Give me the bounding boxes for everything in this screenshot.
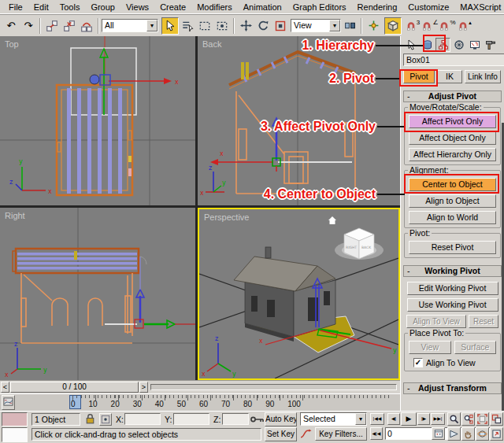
zoom-extents-all-button[interactable] xyxy=(490,412,503,426)
tab-utilities[interactable] xyxy=(483,38,498,52)
select-by-name-button[interactable] xyxy=(179,17,196,35)
object-name-field[interactable] xyxy=(403,54,504,66)
redo-button[interactable]: ↷ xyxy=(20,17,37,35)
adjust-transform-rollout-header[interactable]: - Adjust Transform xyxy=(403,382,502,394)
key-filters-button[interactable]: Key Filters... xyxy=(315,427,367,441)
viewcube-back-label[interactable]: BACK xyxy=(361,245,372,249)
pan-view-button[interactable] xyxy=(461,427,475,441)
menu-modifiers[interactable]: Modifiers xyxy=(191,2,238,13)
absolute-offset-mode-toggle[interactable] xyxy=(99,413,112,426)
reset-working-pivot-button[interactable]: Reset xyxy=(469,315,498,328)
zoom-extents-button[interactable] xyxy=(476,412,489,426)
use-pivot-point-center-button[interactable] xyxy=(341,17,358,35)
reset-pivot-button[interactable]: Reset Pivot xyxy=(409,241,496,254)
window-crossing-toggle-button[interactable] xyxy=(213,17,231,35)
viewport-right[interactable]: Right xyxy=(0,208,195,380)
maximize-viewport-button[interactable] xyxy=(490,427,503,441)
key-mode-toggle-button[interactable]: ◀|◀ xyxy=(370,427,383,440)
place-pivot-view-button[interactable]: View xyxy=(409,341,451,354)
next-frame-button[interactable]: |▶ xyxy=(417,413,430,425)
zoom-button[interactable] xyxy=(447,412,461,426)
affect-object-only-button[interactable]: Affect Object Only xyxy=(409,131,496,145)
maxscript-macro-recorder[interactable] xyxy=(2,412,28,426)
viewport-back-label[interactable]: Back xyxy=(202,39,221,49)
menu-edit[interactable]: Edit xyxy=(28,2,54,13)
align-to-world-button[interactable]: Align to World xyxy=(409,211,496,224)
working-pivot-rollout-header[interactable]: - Working Pivot xyxy=(403,265,502,277)
reference-coordinate-dropdown[interactable]: View ▾ xyxy=(291,19,341,32)
viewcube-right-label[interactable]: RIGHT xyxy=(346,245,357,249)
unlink-selection-button[interactable] xyxy=(61,17,78,35)
viewcube[interactable]: RIGHT BACK xyxy=(328,216,384,260)
rectangular-selection-region-button[interactable] xyxy=(196,17,213,35)
go-to-start-button[interactable]: |◀◀ xyxy=(370,413,384,425)
snaps-toggle-button[interactable]: 3 xyxy=(404,17,421,35)
select-and-move-button[interactable] xyxy=(237,17,254,35)
auto-key-button[interactable]: Auto Key xyxy=(265,412,297,426)
mini-curve-editor-button[interactable] xyxy=(2,395,15,410)
selection-set-dropdown[interactable]: Selected ▾ xyxy=(300,412,367,426)
viewport-perspective-label[interactable]: Perspective xyxy=(204,212,249,222)
arc-rotate-button[interactable] xyxy=(476,427,489,441)
menu-file[interactable]: File xyxy=(3,2,28,13)
affect-hierarchy-only-button[interactable]: Affect Hierarchy Only xyxy=(409,148,496,161)
link-info-tab-button[interactable]: Link Info xyxy=(465,70,501,83)
snap-toggle-button[interactable] xyxy=(384,17,402,35)
previous-frame-button[interactable]: ◀| xyxy=(387,413,400,425)
viewport-top[interactable]: Top x xyxy=(0,36,195,205)
keyboard-shortcut-override-toggle[interactable] xyxy=(250,415,265,425)
selection-filter-dropdown[interactable]: All ▾ xyxy=(102,19,158,32)
bind-to-space-warp-button[interactable] xyxy=(78,17,95,35)
time-slider-handle[interactable]: 0 / 100 xyxy=(10,382,139,393)
maxscript-listener[interactable] xyxy=(2,427,28,442)
field-of-view-button[interactable] xyxy=(447,427,461,441)
chevron-down-icon[interactable]: ▾ xyxy=(355,413,366,425)
align-to-object-button[interactable]: Align to Object xyxy=(409,194,496,208)
time-slider-track[interactable] xyxy=(150,384,397,390)
viewport-right-label[interactable]: Right xyxy=(5,211,25,220)
select-and-manipulate-button[interactable] xyxy=(365,17,382,35)
select-object-button[interactable] xyxy=(161,17,179,35)
transform-z-field[interactable] xyxy=(222,413,249,425)
menu-views[interactable]: Views xyxy=(120,2,154,13)
menu-maxscript[interactable]: MAXScript xyxy=(454,2,504,13)
play-button[interactable]: ▶ xyxy=(401,412,417,426)
transform-y-field[interactable] xyxy=(173,413,209,425)
align-to-view-button[interactable]: Align To View xyxy=(406,315,466,328)
percent-snap-toggle-button[interactable]: % xyxy=(439,17,456,35)
chevron-down-icon[interactable]: ▾ xyxy=(146,20,158,31)
viewport-perspective[interactable]: Perspective xyxy=(198,208,400,380)
align-to-view-checkbox[interactable]: ✓ xyxy=(413,358,423,367)
track-bar[interactable]: 0 10 20 30 40 50 60 70 80 90 100 xyxy=(0,393,400,411)
select-and-rotate-button[interactable] xyxy=(254,17,272,35)
menu-create[interactable]: Create xyxy=(154,2,191,13)
menu-animation[interactable]: Animation xyxy=(238,2,287,13)
time-slider-back-button[interactable]: < xyxy=(1,382,9,393)
menu-group[interactable]: Group xyxy=(85,2,120,13)
viewcube-home-icon[interactable] xyxy=(328,216,336,224)
selection-lock-toggle[interactable] xyxy=(84,413,96,426)
angle-snap-toggle-button[interactable]: ∠ xyxy=(421,17,439,35)
tab-display[interactable] xyxy=(467,38,482,52)
viewport-top-label[interactable]: Top xyxy=(5,39,19,49)
adjust-pivot-rollout-header[interactable]: - Adjust Pivot xyxy=(403,90,502,102)
set-key-button[interactable]: Set Key xyxy=(265,427,297,441)
ik-tab-button[interactable]: IK xyxy=(437,70,462,83)
menu-tools[interactable]: Tools xyxy=(54,2,86,13)
time-slider-fwd-button[interactable]: > xyxy=(139,382,148,393)
select-and-link-button[interactable] xyxy=(43,17,61,35)
use-working-pivot-button[interactable]: Use Working Pivot xyxy=(407,298,498,312)
chevron-down-icon[interactable]: ▾ xyxy=(329,20,340,31)
go-to-end-button[interactable]: ▶▶| xyxy=(431,413,445,425)
place-pivot-surface-button[interactable]: Surface xyxy=(454,341,497,354)
menu-rendering[interactable]: Rendering xyxy=(352,2,403,13)
zoom-all-button[interactable] xyxy=(461,412,475,426)
edit-working-pivot-button[interactable]: Edit Working Pivot xyxy=(407,282,498,295)
menu-graph-editors[interactable]: Graph Editors xyxy=(287,2,352,13)
default-tangent-flyout[interactable] xyxy=(300,428,312,441)
tab-motion[interactable] xyxy=(451,38,466,52)
time-configuration-button[interactable] xyxy=(432,427,445,440)
select-and-scale-button[interactable] xyxy=(272,17,289,35)
spinner-snap-toggle-button[interactable]: ▴ xyxy=(456,17,473,35)
undo-button[interactable]: ↶ xyxy=(2,17,20,35)
